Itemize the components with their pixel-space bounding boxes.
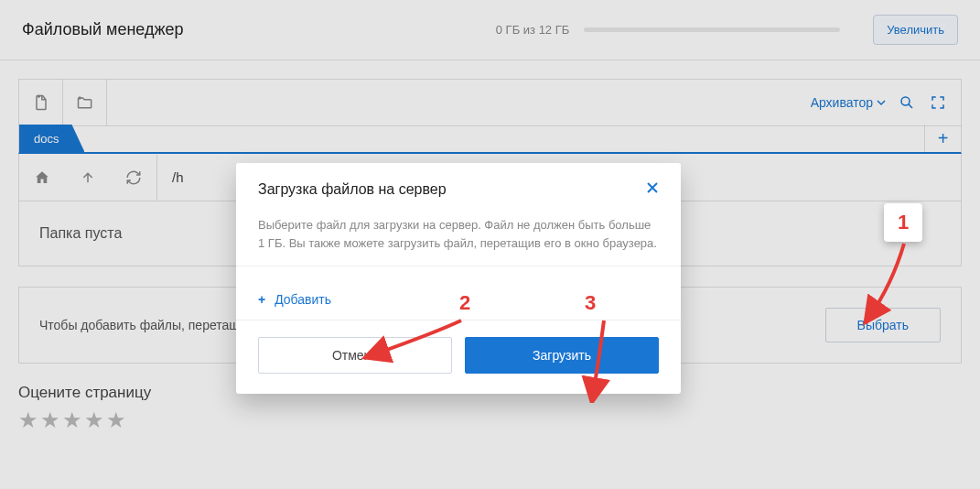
modal-close-button[interactable]	[646, 181, 659, 198]
cancel-label: Отмена	[332, 348, 378, 363]
upload-label: Загрузить	[533, 348, 591, 363]
cancel-button[interactable]: Отмена	[258, 337, 452, 374]
upload-modal: Загрузка файлов на сервер Выберите файл …	[236, 163, 681, 394]
plus-icon: +	[258, 292, 265, 307]
modal-title: Загрузка файлов на сервер	[258, 181, 447, 198]
upload-button[interactable]: Загрузить	[465, 337, 659, 374]
modal-description: Выберите файл для загрузки на сервер. Фа…	[258, 216, 659, 253]
add-file-button[interactable]: + Добавить	[236, 279, 681, 321]
add-file-label: Добавить	[275, 292, 331, 307]
close-icon	[646, 181, 659, 194]
